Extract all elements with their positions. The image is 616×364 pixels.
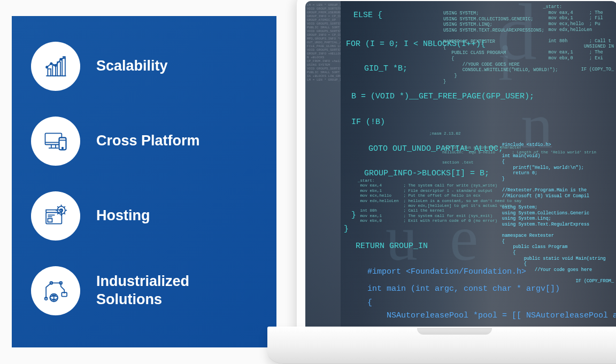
svg-line-29 — [64, 213, 65, 214]
svg-line-31 — [57, 213, 58, 214]
cross-platform-icon — [31, 117, 80, 166]
code-block: USING SYSTEM; USING SYSTEM.COLLECTIONS.G… — [443, 11, 558, 84]
code-strip: LM = LEN * GROUP_INFO.GROUPS VOID GROUP_… — [305, 1, 341, 335]
svg-rect-4 — [62, 58, 65, 76]
code-block: #include <stdio.h> int main(void) { prin… — [502, 142, 614, 284]
svg-rect-1 — [48, 69, 51, 76]
code-line: IF (!B) — [351, 118, 385, 128]
scalability-icon — [31, 42, 80, 91]
svg-line-30 — [64, 206, 65, 207]
feature-label: Cross Platform — [96, 132, 200, 150]
code-line: ;nasm 2.13.02 — [429, 131, 461, 136]
laptop-base — [267, 327, 616, 364]
code-line: { — [367, 298, 372, 308]
svg-point-6 — [50, 63, 52, 65]
code-line: GROUP_INFO->BLOCKS[I] = B; — [364, 169, 489, 179]
feature-scalability: Scalability — [31, 42, 257, 91]
laptop-illustration: LM = LEN * GROUP_INFO.GROUPS VOID GROUP_… — [267, 0, 616, 364]
code-block: _start: mov eax,4 ; The system call for … — [358, 179, 521, 223]
laptop-screen: LM = LEN * GROUP_INFO.GROUPS VOID GROUP_… — [297, 0, 616, 335]
code-line: B = (VOID *)__GET_FREE_PAGE(GFP_USER); — [351, 92, 534, 102]
svg-point-5 — [46, 66, 48, 68]
feature-panel: Scalability Cross Platform — [12, 16, 276, 347]
code-line: ELSE { — [353, 11, 382, 21]
code-line: int main (int argc, const char * argv[]) — [367, 284, 560, 295]
code-block: _start: mov eax,4 ; The mov ebx,1 ; Fil … — [543, 4, 614, 73]
svg-point-17 — [62, 148, 64, 149]
feature-hosting: Hosting — [31, 191, 257, 241]
feature-label: Industrialized Solutions — [96, 273, 189, 309]
code-line: NSAutoreleasePool *pool = [[ NSAutorelea… — [367, 311, 616, 321]
code-line: RETURN GROUP_IN — [356, 242, 428, 252]
code-line: GID_T *B; — [364, 64, 407, 74]
svg-rect-21 — [48, 219, 52, 222]
code-line: } — [351, 211, 356, 221]
feature-label: Scalability — [96, 57, 168, 75]
industrialized-icon — [31, 266, 80, 315]
feature-label: Hosting — [96, 207, 150, 225]
svg-point-7 — [55, 65, 56, 66]
code-overlay: LM = LEN * GROUP_INFO.GROUPS VOID GROUP_… — [305, 1, 616, 335]
feature-cross-platform: Cross Platform — [31, 117, 257, 166]
svg-line-28 — [57, 206, 58, 207]
code-line: } — [344, 224, 349, 235]
svg-rect-2 — [52, 65, 56, 76]
hosting-icon — [31, 191, 80, 241]
svg-rect-3 — [57, 62, 60, 76]
feature-industrialized: Industrialized Solutions — [31, 266, 257, 315]
svg-point-8 — [60, 58, 61, 60]
